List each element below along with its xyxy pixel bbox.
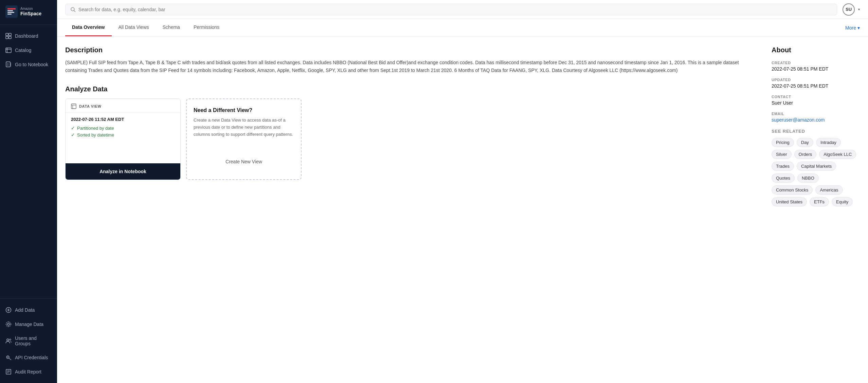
check-icon: ✓ <box>71 125 75 131</box>
data-view-card-body: 2022-07-26 11:52 AM EDT ✓ Partitioned by… <box>66 113 180 163</box>
svg-rect-1 <box>7 8 16 10</box>
analyze-title: Analyze Data <box>65 85 761 93</box>
users-icon <box>5 338 12 344</box>
tab-permissions[interactable]: Permissions <box>187 19 226 36</box>
sidebar-item-label: Catalog <box>15 48 31 53</box>
tabs-more-button[interactable]: More ▾ <box>845 25 860 31</box>
tag-item[interactable]: NBBO <box>797 174 819 183</box>
svg-rect-31 <box>71 104 76 109</box>
tag-item[interactable]: Equity <box>832 197 853 206</box>
tag-item[interactable]: Americas <box>815 185 843 195</box>
svg-point-20 <box>6 322 11 327</box>
manage-data-icon <box>5 321 12 327</box>
about-updated: UPDATED 2022-07-25 08:51 PM EDT <box>772 78 860 89</box>
sidebar-item-go-to-notebook[interactable]: Go to Notebook <box>0 57 57 72</box>
sidebar-item-label: Manage Data <box>15 322 43 327</box>
sidebar-item-add-data[interactable]: Add Data <box>0 303 57 317</box>
tag-item[interactable]: Pricing <box>772 138 794 147</box>
svg-rect-6 <box>9 33 11 36</box>
search-input[interactable] <box>78 7 832 12</box>
svg-line-30 <box>74 10 75 12</box>
see-related-title: See Related <box>772 129 860 134</box>
tag-item[interactable]: Common Stocks <box>772 185 813 195</box>
about-email-label: EMAIL <box>772 112 860 116</box>
sidebar-item-label: API Credentials <box>15 355 48 360</box>
sidebar-item-api-credentials[interactable]: API Credentials <box>0 350 57 365</box>
tag-item[interactable]: Quotes <box>772 174 795 183</box>
tab-all-data-views[interactable]: All Data Views <box>112 19 156 36</box>
main-content: SU ▾ Data Overview All Data Views Schema… <box>57 0 868 383</box>
tag-item[interactable]: Capital Markets <box>797 162 836 171</box>
new-view-title: Need a Different View? <box>194 107 294 113</box>
tag-item[interactable]: Intraday <box>816 138 841 147</box>
svg-line-24 <box>9 358 11 360</box>
create-new-view-button[interactable]: Create New View <box>194 159 294 164</box>
sidebar: Amazon FinSpace Dashboard <box>0 0 57 383</box>
about-panel: About CREATED 2022-07-25 08:51 PM EDT UP… <box>772 46 860 373</box>
user-avatar[interactable]: SU <box>843 3 855 16</box>
svg-point-19 <box>7 323 10 325</box>
analyze-cards: DATA VIEW 2022-07-26 11:52 AM EDT ✓ Part… <box>65 98 761 180</box>
sidebar-item-label: Dashboard <box>15 33 38 39</box>
sidebar-bottom: Add Data Manage Data Users <box>0 298 57 383</box>
content-area: Description (SAMPLE) Full SIP feed from … <box>57 37 868 383</box>
svg-rect-5 <box>6 33 8 36</box>
description-title: Description <box>65 46 761 54</box>
sidebar-item-audit-report[interactable]: Audit Report <box>0 365 57 379</box>
sidebar-item-manage-data[interactable]: Manage Data <box>0 317 57 331</box>
svg-point-21 <box>7 339 9 341</box>
search-icon <box>70 7 76 12</box>
data-view-card: DATA VIEW 2022-07-26 11:52 AM EDT ✓ Part… <box>65 98 181 180</box>
add-data-icon <box>5 307 12 313</box>
about-email-value[interactable]: superuser@amazon.com <box>772 117 860 123</box>
checklist-item: ✓ Partitioned by date <box>71 125 175 131</box>
svg-point-25 <box>7 357 8 358</box>
tabs-more-label: More <box>845 25 856 31</box>
new-view-text: Create a new Data View to access data as… <box>194 117 294 138</box>
tag-item[interactable]: Orders <box>794 150 817 159</box>
checklist-item: ✓ Sorted by datetime <box>71 132 175 138</box>
api-credentials-icon <box>5 354 12 361</box>
data-view-label: DATA VIEW <box>79 104 102 108</box>
data-view-icon <box>71 104 76 109</box>
tab-schema[interactable]: Schema <box>156 19 187 36</box>
content-left: Description (SAMPLE) Full SIP feed from … <box>65 46 761 373</box>
tag-item[interactable]: Trades <box>772 162 794 171</box>
search-bar[interactable] <box>65 4 837 15</box>
about-email: EMAIL superuser@amazon.com <box>772 112 860 123</box>
about-contact-label: CONTACT <box>772 95 860 99</box>
finspace-logo-icon <box>5 5 18 18</box>
tabs-bar: Data Overview All Data Views Schema Perm… <box>57 19 868 37</box>
audit-report-icon <box>5 369 12 375</box>
tags-container: PricingDayIntradaySilverOrdersAlgoSeek L… <box>772 138 860 206</box>
avatar-chevron-icon: ▾ <box>858 7 860 11</box>
about-contact: CONTACT Suer User <box>772 95 860 106</box>
svg-rect-2 <box>7 10 13 11</box>
svg-rect-7 <box>6 36 8 39</box>
description-text: (SAMPLE) Full SIP feed from Tape A, Tape… <box>65 59 761 74</box>
about-created: CREATED 2022-07-25 08:51 PM EDT <box>772 61 860 72</box>
svg-point-22 <box>10 339 11 340</box>
notebook-icon <box>5 61 12 68</box>
about-created-label: CREATED <box>772 61 860 65</box>
tag-item[interactable]: ETFs <box>810 197 829 206</box>
tabs-more-chevron-icon: ▾ <box>857 25 860 31</box>
tag-item[interactable]: Day <box>797 138 813 147</box>
about-contact-value: Suer User <box>772 100 860 106</box>
sidebar-item-label: Users and Groups <box>15 335 52 346</box>
sidebar-item-users-and-groups[interactable]: Users and Groups <box>0 331 57 350</box>
sidebar-item-dashboard[interactable]: Dashboard <box>0 29 57 43</box>
analyze-in-notebook-button[interactable]: Analyze in Notebook <box>66 163 180 180</box>
data-view-checklist: ✓ Partitioned by date ✓ Sorted by dateti… <box>71 125 175 138</box>
tag-item[interactable]: AlgoSeek LLC <box>819 150 856 159</box>
svg-rect-4 <box>7 14 12 15</box>
logo: Amazon FinSpace <box>0 0 57 25</box>
sidebar-item-catalog[interactable]: Catalog <box>0 43 57 57</box>
catalog-icon <box>5 47 12 53</box>
tab-data-overview[interactable]: Data Overview <box>65 19 112 36</box>
sidebar-nav: Dashboard Catalog <box>0 25 57 298</box>
about-title: About <box>772 46 860 54</box>
tag-item[interactable]: United States <box>772 197 807 206</box>
data-view-timestamp: 2022-07-26 11:52 AM EDT <box>71 117 175 122</box>
tag-item[interactable]: Silver <box>772 150 792 159</box>
